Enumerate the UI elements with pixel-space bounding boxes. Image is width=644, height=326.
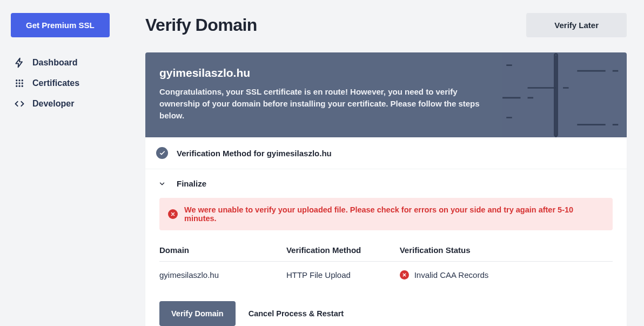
step-verification-method[interactable]: Verification Method for gyimesilaszlo.hu bbox=[145, 137, 627, 169]
grid-icon bbox=[14, 78, 25, 89]
error-text: We were unable to verify your uploaded f… bbox=[184, 205, 604, 223]
verification-card: gyimesilaszlo.hu Congratulations, your S… bbox=[145, 52, 627, 326]
status-text: Invalid CAA Records bbox=[414, 270, 489, 280]
sidebar: Get Premium SSL Dashboard Certificates D… bbox=[0, 0, 145, 326]
verification-table: Domain Verification Method Verification … bbox=[159, 241, 613, 288]
main-content: Verify Domain Verify Later gyimesilaszlo… bbox=[145, 0, 644, 326]
svg-point-5 bbox=[22, 82, 23, 84]
svg-point-3 bbox=[16, 82, 17, 84]
cell-domain: gyimesilaszlo.hu bbox=[159, 262, 286, 289]
sidebar-item-dashboard[interactable]: Dashboard bbox=[11, 52, 135, 73]
get-premium-button[interactable]: Get Premium SSL bbox=[11, 13, 110, 37]
domain-banner: gyimesilaszlo.hu Congratulations, your S… bbox=[145, 52, 627, 137]
col-domain: Domain bbox=[159, 241, 286, 262]
col-method: Verification Method bbox=[286, 241, 400, 262]
svg-point-6 bbox=[16, 85, 17, 87]
sidebar-item-developer[interactable]: Developer bbox=[11, 94, 135, 114]
banner-decoration bbox=[502, 52, 627, 137]
svg-point-1 bbox=[18, 79, 20, 81]
cancel-process-link[interactable]: Cancel Process & Restart bbox=[249, 309, 344, 318]
chevron-down-icon bbox=[156, 180, 168, 188]
error-icon bbox=[168, 209, 178, 219]
table-row: gyimesilaszlo.hu HTTP File Upload Invali… bbox=[159, 262, 613, 289]
cell-method: HTTP File Upload bbox=[286, 262, 400, 289]
svg-point-4 bbox=[18, 82, 20, 84]
svg-point-8 bbox=[22, 85, 23, 87]
verify-domain-button[interactable]: Verify Domain bbox=[159, 301, 236, 326]
code-icon bbox=[14, 98, 25, 109]
cell-status: Invalid CAA Records bbox=[400, 262, 613, 289]
sidebar-item-label: Dashboard bbox=[32, 58, 78, 68]
sidebar-item-certificates[interactable]: Certificates bbox=[11, 73, 135, 94]
error-alert: We were unable to verify your uploaded f… bbox=[159, 198, 613, 230]
step-label: Verification Method for gyimesilaszlo.hu bbox=[177, 149, 332, 158]
banner-message: Congratulations, your SSL certificate is… bbox=[159, 86, 494, 121]
step-label: Finalize bbox=[177, 179, 206, 188]
svg-point-7 bbox=[18, 85, 20, 87]
step-finalize[interactable]: Finalize bbox=[145, 169, 627, 192]
col-status: Verification Status bbox=[400, 241, 613, 262]
verify-later-button[interactable]: Verify Later bbox=[526, 13, 627, 37]
svg-point-2 bbox=[22, 79, 23, 81]
check-circle-icon bbox=[156, 147, 168, 159]
sidebar-item-label: Certificates bbox=[32, 78, 79, 88]
status-error-icon bbox=[400, 270, 409, 280]
sidebar-item-label: Developer bbox=[32, 99, 74, 109]
page-title: Verify Domain bbox=[145, 15, 257, 35]
bolt-icon bbox=[14, 57, 25, 68]
svg-point-0 bbox=[16, 79, 17, 81]
